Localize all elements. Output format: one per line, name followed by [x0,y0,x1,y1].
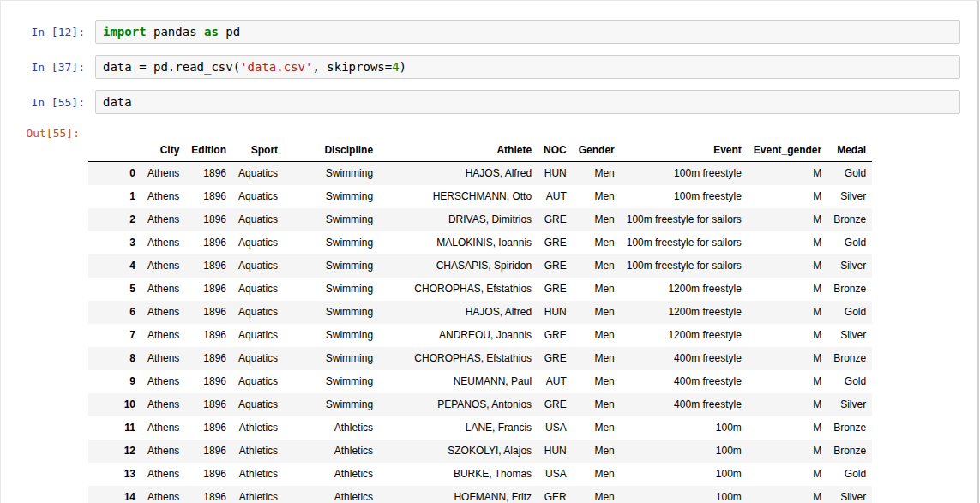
table-cell: GRE [538,347,573,370]
table-cell: M [748,463,827,486]
table-cell: 1896 [185,278,232,301]
table-cell: 100m [621,463,748,486]
table-cell: Men [573,231,621,254]
table-cell: AUT [538,185,573,208]
table-cell: Athens [141,185,185,208]
input-prompt-3: In [55]: [1,90,87,110]
table-row: 3Athens1896AquaticsSwimmingMALOKINIS, Io… [88,231,872,254]
output-area: Out[55]: CityEditionSportDisciplineAthle… [1,125,980,503]
table-cell: HERSCHMANN, Otto [379,185,538,208]
row-index: 12 [88,440,141,463]
table-cell: Swimming [284,347,379,370]
column-header: Event [621,140,748,162]
table-cell: Swimming [284,393,379,416]
table-cell: HUN [538,440,573,463]
code-input-1[interactable]: import pandas as pd [95,20,960,44]
table-cell: Aquatics [232,393,284,416]
column-header: Gender [573,140,621,162]
input-prompt-2: In [37]: [1,55,87,75]
table-cell: Athens [141,231,185,254]
row-index: 8 [88,347,141,370]
table-cell: Swimming [284,208,379,231]
code-cell-3: In [55]: data [1,90,980,114]
table-cell: 400m freestyle [621,370,748,393]
row-index: 6 [88,301,141,324]
table-row: 10Athens1896AquaticsSwimmingPEPANOS, Ant… [88,393,872,416]
table-cell: Aquatics [232,347,284,370]
table-cell: HAJOS, Alfred [379,301,538,324]
table-cell: Bronze [827,440,872,463]
table-cell: AUT [538,370,573,393]
table-cell: Bronze [827,278,872,301]
table-cell: M [748,347,827,370]
table-cell: Men [573,370,621,393]
column-header: Athlete [379,140,538,162]
table-cell: Swimming [284,301,379,324]
row-index: 11 [88,416,141,440]
table-cell: GRE [538,254,573,278]
table-cell: Athens [141,301,185,324]
table-cell: CHOROPHAS, Efstathios [379,347,538,370]
column-header: Event_gender [748,140,827,162]
table-row: 5Athens1896AquaticsSwimmingCHOROPHAS, Ef… [88,278,872,301]
table-cell: 100m [621,440,748,463]
table-row: 0Athens1896AquaticsSwimmingHAJOS, Alfred… [88,162,872,186]
table-cell: Men [573,486,621,503]
table-cell: Gold [827,162,872,186]
code-token-plain: data = pd.read_csv( [103,60,240,74]
table-cell: 100m [621,416,748,440]
table-cell: GRE [538,231,573,254]
table-cell: Athens [141,208,185,231]
table-cell: Men [573,416,621,440]
code-token-plain: ) [400,60,406,74]
code-token-plain: pandas [147,25,204,39]
table-cell: HAJOS, Alfred [379,162,538,186]
scrollbar[interactable] [977,1,979,503]
table-cell: Athens [141,440,185,463]
row-index: 5 [88,278,141,301]
code-input-3[interactable]: data [95,90,960,114]
table-cell: Swimming [284,162,379,186]
table-cell: Men [573,347,621,370]
table-cell: Swimming [284,278,379,301]
table-cell: Silver [827,393,872,416]
table-cell: Swimming [284,185,379,208]
table-cell: Gold [827,301,872,324]
table-cell: Athens [141,254,185,278]
table-cell: BURKE, Thomas [379,463,538,486]
row-index: 0 [88,162,141,186]
column-header: Medal [827,140,872,162]
row-index: 13 [88,463,141,486]
table-cell: GER [538,486,573,503]
table-cell: Aquatics [232,162,284,186]
table-cell: Aquatics [232,208,284,231]
table-cell: M [748,486,827,503]
table-cell: Athens [141,393,185,416]
table-cell: USA [538,463,573,486]
table-row: 6Athens1896AquaticsSwimmingHAJOS, Alfred… [88,301,872,324]
table-cell: Aquatics [232,278,284,301]
column-header: Edition [185,140,232,162]
row-index: 2 [88,208,141,231]
table-cell: CHOROPHAS, Efstathios [379,278,538,301]
table-row: 8Athens1896AquaticsSwimmingCHOROPHAS, Ef… [88,347,872,370]
table-cell: M [748,440,827,463]
table-cell: Silver [827,185,872,208]
table-cell: Silver [827,324,872,347]
table-cell: M [748,254,827,278]
table-cell: Athens [141,463,185,486]
table-cell: M [748,370,827,393]
table-cell: GRE [538,393,573,416]
table-cell: Bronze [827,416,872,440]
table-cell: 1896 [185,416,232,440]
column-header: Sport [232,140,284,162]
table-cell: Aquatics [232,231,284,254]
table-cell: 100m [621,486,748,503]
table-cell: NEUMANN, Paul [379,370,538,393]
table-cell: Swimming [284,254,379,278]
code-input-2[interactable]: data = pd.read_csv('data.csv', skiprows=… [95,55,960,79]
table-cell: GRE [538,324,573,347]
table-cell: 1896 [185,486,232,503]
table-cell: Athens [141,347,185,370]
input-prompt-1: In [12]: [1,20,87,39]
